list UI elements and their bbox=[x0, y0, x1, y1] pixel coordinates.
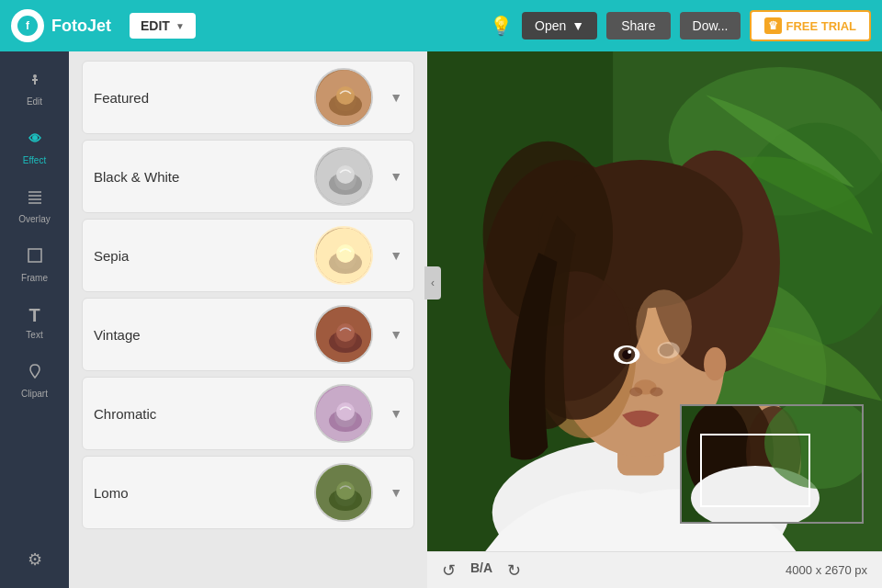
edit-label: Edit bbox=[27, 96, 42, 107]
effect-label-lomo: Lomo bbox=[94, 485, 314, 501]
sidebar-item-settings[interactable]: ⚙ bbox=[6, 540, 64, 579]
edit-label: EDIT bbox=[141, 18, 170, 33]
canvas-main[interactable] bbox=[427, 51, 882, 551]
svg-point-5 bbox=[32, 135, 38, 141]
effect-label-bw: Black & White bbox=[94, 169, 314, 185]
edit-icon bbox=[26, 70, 44, 93]
effect-item-vintage[interactable]: Vintage ▼ bbox=[82, 298, 414, 371]
sidebar-item-edit[interactable]: Edit bbox=[6, 61, 64, 116]
canvas-area: ↺ B/A ↻ 4000 x 2670 px bbox=[427, 51, 882, 588]
effect-arrow-sepia: ▼ bbox=[390, 248, 402, 263]
effect-preview-bw bbox=[314, 147, 373, 206]
overlay-label: Overlay bbox=[18, 214, 50, 224]
svg-rect-10 bbox=[28, 249, 41, 262]
share-button[interactable]: Share bbox=[606, 12, 670, 40]
effect-item-featured[interactable]: Featured ▼ bbox=[82, 61, 414, 134]
sidebar-item-overlay[interactable]: Overlay bbox=[6, 178, 64, 233]
settings-icon: ⚙ bbox=[28, 549, 42, 570]
svg-point-49 bbox=[628, 350, 631, 354]
image-size: 4000 x 2670 px bbox=[786, 563, 867, 577]
rotate-right-icon[interactable]: ↻ bbox=[507, 560, 521, 581]
logo-area: f FotoJet bbox=[11, 9, 111, 42]
photo-background bbox=[427, 51, 882, 551]
mini-preview-inner bbox=[682, 406, 862, 522]
effect-preview-vintage bbox=[314, 305, 373, 364]
sidebar-item-effect[interactable]: Effect bbox=[6, 119, 64, 175]
svg-point-55 bbox=[704, 347, 726, 380]
effect-arrow-bw: ▼ bbox=[390, 169, 402, 184]
edit-dropdown[interactable]: EDIT ▼ bbox=[130, 13, 196, 39]
svg-point-19 bbox=[336, 244, 355, 263]
effect-preview-lomo bbox=[314, 463, 373, 522]
effect-preview-featured bbox=[314, 68, 373, 127]
rotate-left-icon[interactable]: ↺ bbox=[442, 560, 456, 581]
effect-preview-sepia bbox=[314, 226, 373, 285]
logo-text: FotoJet bbox=[51, 17, 111, 36]
before-after-icon[interactable]: B/A bbox=[470, 560, 492, 581]
effect-label-sepia: Sepia bbox=[94, 248, 314, 264]
sidebar-item-frame[interactable]: Frame bbox=[6, 237, 64, 292]
effect-arrow-chromatic: ▼ bbox=[390, 406, 402, 421]
effect-item-chromatic[interactable]: Chromatic ▼ bbox=[82, 377, 414, 450]
open-dropdown-arrow: ▼ bbox=[571, 18, 584, 33]
effects-panel: Featured ▼ Black & White bbox=[69, 51, 427, 588]
frame-label: Frame bbox=[21, 273, 48, 283]
text-icon: T bbox=[28, 305, 40, 326]
svg-point-26 bbox=[336, 402, 355, 421]
download-button[interactable]: Dow... bbox=[680, 12, 741, 40]
effect-item-lomo[interactable]: Lomo ▼ bbox=[82, 456, 414, 529]
effect-arrow-vintage: ▼ bbox=[390, 327, 402, 342]
sidebar-item-clipart[interactable]: Clipart bbox=[6, 353, 64, 408]
clipart-label: Clipart bbox=[21, 389, 48, 399]
mini-preview-selection bbox=[700, 434, 810, 507]
effect-item-bw[interactable]: Black & White ▼ bbox=[82, 140, 414, 213]
effect-label-featured: Featured bbox=[94, 90, 314, 106]
clipart-icon bbox=[26, 362, 44, 385]
header-center: 💡 Open ▼ Share Dow... ♛ FREE TRIAL bbox=[490, 10, 871, 41]
sidebar-item-text[interactable]: T Text bbox=[6, 296, 64, 349]
svg-point-56 bbox=[636, 289, 692, 364]
effect-arrow-lomo: ▼ bbox=[390, 485, 402, 500]
effect-label-vintage: Vintage bbox=[94, 327, 314, 343]
bottom-bar: ↺ B/A ↻ 4000 x 2670 px bbox=[427, 551, 882, 588]
effect-label-chromatic: Chromatic bbox=[94, 406, 314, 422]
text-label: Text bbox=[26, 330, 42, 340]
bulb-icon[interactable]: 💡 bbox=[490, 15, 513, 37]
free-trial-button[interactable]: ♛ FREE TRIAL bbox=[750, 10, 871, 41]
header: f FotoJet EDIT ▼ 💡 Open ▼ Share Dow... ♛… bbox=[0, 0, 882, 51]
svg-point-30 bbox=[316, 465, 373, 522]
collapse-panel-button[interactable]: ‹ bbox=[424, 266, 441, 300]
overlay-icon bbox=[26, 187, 44, 210]
svg-point-16 bbox=[336, 165, 355, 184]
mini-preview bbox=[680, 404, 864, 524]
sidebar: Edit Effect Overlay bbox=[0, 51, 69, 588]
logo-icon: f bbox=[11, 9, 44, 42]
effect-arrow-featured: ▼ bbox=[390, 90, 402, 105]
effect-label: Effect bbox=[23, 155, 46, 165]
crown-icon: ♛ bbox=[764, 17, 782, 34]
bottom-icons: ↺ B/A ↻ bbox=[442, 560, 521, 581]
svg-point-23 bbox=[316, 307, 373, 364]
effect-preview-chromatic bbox=[314, 384, 373, 443]
svg-point-54 bbox=[650, 387, 662, 396]
edit-dropdown-arrow: ▼ bbox=[175, 21, 185, 31]
svg-point-53 bbox=[629, 387, 642, 396]
open-button[interactable]: Open ▼ bbox=[522, 12, 597, 40]
effect-icon bbox=[26, 129, 44, 152]
svg-point-13 bbox=[336, 86, 355, 105]
svg-point-2 bbox=[33, 74, 37, 78]
main-layout: Edit Effect Overlay bbox=[0, 51, 882, 588]
frame-icon bbox=[26, 246, 44, 269]
effect-item-sepia[interactable]: Sepia ▼ bbox=[82, 219, 414, 292]
